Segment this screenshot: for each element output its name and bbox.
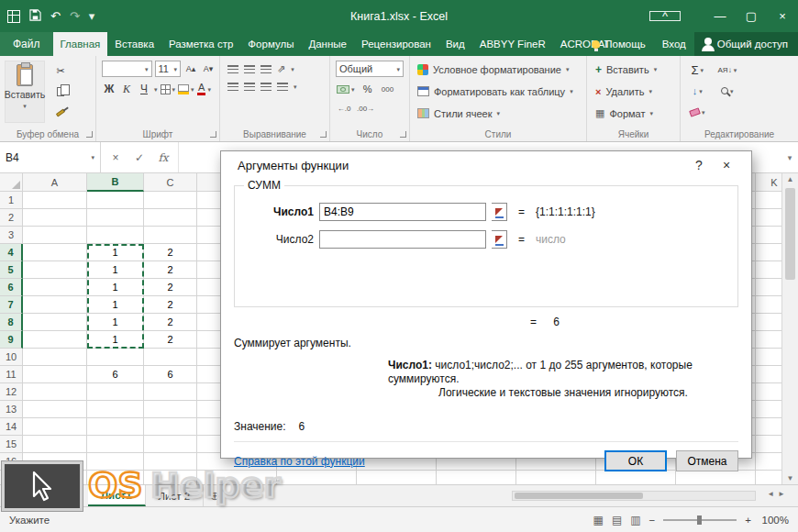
cell-A8[interactable] (23, 314, 87, 331)
autosum-button[interactable]: Σ▾ (690, 62, 705, 77)
cell-B10[interactable] (87, 349, 144, 366)
cut-icon[interactable]: ✂ (53, 63, 68, 78)
cell-C17[interactable] (144, 471, 197, 484)
enter-formula-button[interactable]: ✓ (128, 151, 150, 164)
column-header-K[interactable]: K (756, 173, 781, 192)
italic-button[interactable]: К (119, 82, 134, 96)
zoom-level[interactable]: 100% (759, 515, 789, 526)
cell-C3[interactable] (144, 227, 197, 244)
cell-B2[interactable] (87, 209, 144, 227)
merge-center-caret-icon[interactable]: ▾ (294, 83, 297, 90)
row-header-9[interactable]: 9 (0, 331, 23, 349)
undo-icon[interactable]: ↶ (50, 10, 61, 22)
maximize-button[interactable]: ▢ (736, 0, 767, 32)
zoom-out-button[interactable]: − (649, 515, 656, 526)
redo-icon[interactable]: ↷ (70, 10, 80, 22)
copy-icon[interactable] (53, 84, 68, 99)
cell-B1[interactable] (87, 192, 144, 209)
cell-A6[interactable] (23, 279, 87, 296)
sheet-tab-Лист 2[interactable]: Лист 2 (146, 485, 205, 506)
percent-format-icon[interactable]: % (360, 82, 375, 96)
cell-K9[interactable] (756, 331, 781, 349)
cell-A14[interactable] (23, 418, 87, 436)
arg2-range-selector-button[interactable] (492, 230, 507, 249)
clipboard-dialog-launcher-icon[interactable] (86, 131, 93, 138)
ribbon-tab-Разметка стр[interactable]: Разметка стр (161, 32, 240, 56)
cell-J17[interactable] (676, 471, 756, 484)
dialog-close-button[interactable]: × (713, 158, 740, 172)
format-cells-button[interactable]: ▦ Формат ▾ (587, 104, 680, 123)
row-header-15[interactable]: 15 (0, 436, 23, 453)
font-color-icon[interactable]: А▾ (197, 82, 212, 96)
close-button[interactable]: × (767, 0, 798, 32)
orientation-icon[interactable]: ⇗ (277, 63, 285, 75)
sign-in-button[interactable]: Вход (654, 32, 694, 56)
function-help-link[interactable]: Справка по этой функции (234, 455, 595, 468)
page-layout-view-icon[interactable]: ▤ (612, 514, 622, 526)
cell-B17[interactable] (87, 471, 144, 484)
scroll-right-icon[interactable]: ► (778, 490, 785, 498)
cell-K14[interactable] (756, 418, 781, 436)
cell-C10[interactable] (144, 349, 197, 366)
cell-B12[interactable] (87, 383, 144, 401)
conditional-formatting-button[interactable]: Условное форматирование ▾ (410, 60, 586, 79)
ok-button[interactable]: ОК (604, 450, 667, 471)
cell-K17[interactable] (756, 471, 781, 484)
row-header-10[interactable]: 10 (0, 349, 23, 366)
cell-H17[interactable] (516, 471, 596, 484)
select-all-corner[interactable] (0, 173, 23, 192)
increase-decimal-icon[interactable]: ←.0 (337, 101, 351, 116)
borders-icon[interactable]: ▾ (161, 82, 176, 96)
cell-K4[interactable] (756, 244, 781, 261)
normal-view-icon[interactable]: ▦ (593, 514, 604, 526)
ribbon-tab-Данные[interactable]: Данные (301, 32, 354, 56)
cell-styles-button[interactable]: Стили ячеек ▾ (410, 104, 586, 123)
cell-A5[interactable] (23, 261, 87, 279)
ribbon-tab-Вид[interactable]: Вид (438, 32, 472, 56)
row-header-3[interactable]: 3 (0, 227, 23, 244)
cell-B8[interactable]: 1 (87, 314, 144, 331)
cell-B9[interactable]: 1 (87, 331, 144, 349)
arg1-range-selector-button[interactable] (492, 203, 507, 221)
cell-C16[interactable] (144, 453, 197, 471)
cell-A12[interactable] (23, 383, 87, 401)
cell-B5[interactable]: 1 (87, 261, 144, 279)
fill-color-icon[interactable]: ▾ (178, 82, 194, 96)
excel-app-icon[interactable] (7, 10, 20, 23)
format-painter-icon[interactable] (53, 105, 68, 120)
row-header-16[interactable]: 16 (0, 453, 23, 471)
fill-button[interactable]: ↓▾ (690, 83, 705, 98)
row-header-7[interactable]: 7 (0, 296, 23, 314)
column-header-B[interactable]: B (87, 173, 144, 192)
insert-cells-button[interactable]: + Вставить ▾ (587, 60, 680, 79)
arg1-input[interactable] (319, 203, 486, 221)
zoom-slider[interactable] (663, 519, 737, 521)
sort-filter-button[interactable]: АЯ↓▾ (718, 62, 737, 77)
align-bottom-icon[interactable] (260, 65, 272, 73)
cell-K13[interactable] (756, 401, 781, 418)
number-dialog-launcher-icon[interactable] (400, 131, 406, 138)
cell-I17[interactable] (596, 471, 676, 484)
currency-format-icon[interactable]: ▾ (337, 82, 355, 96)
cell-A1[interactable] (23, 192, 87, 209)
align-center-icon[interactable] (244, 83, 255, 91)
horizontal-scroll-thumb[interactable] (515, 493, 643, 499)
ribbon-tab-Рецензирован[interactable]: Рецензирован (354, 32, 438, 56)
cell-K16[interactable] (756, 453, 781, 471)
cell-C7[interactable]: 2 (144, 296, 197, 314)
cell-A17[interactable] (23, 471, 87, 484)
increase-font-size-icon[interactable]: А▴ (183, 61, 198, 76)
tab-file[interactable]: Файл (0, 32, 53, 56)
find-select-button[interactable]: ▾ (718, 83, 737, 98)
cell-K11[interactable] (756, 366, 781, 383)
scroll-down-icon[interactable]: ▼ (782, 474, 798, 482)
cell-B16[interactable] (87, 453, 144, 471)
insert-function-button[interactable]: fx (152, 151, 174, 164)
align-left-icon[interactable] (227, 83, 238, 91)
cell-D17[interactable] (197, 471, 277, 484)
cell-B3[interactable] (87, 227, 144, 244)
zoom-in-button[interactable]: + (745, 515, 751, 526)
cell-A3[interactable] (23, 227, 87, 244)
formula-bar-expand-icon[interactable]: ▾ (781, 142, 798, 172)
comma-format-icon[interactable]: 000 (381, 82, 395, 96)
